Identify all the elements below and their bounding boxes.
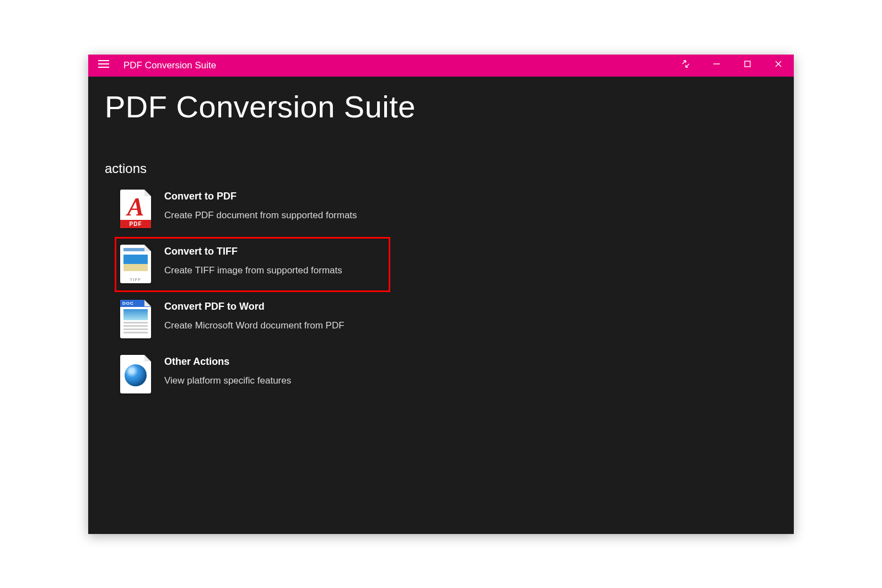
- action-text: Convert to PDF Create PDF document from …: [164, 190, 385, 221]
- actions-list: A PDF Convert to PDF Create PDF document…: [88, 182, 794, 402]
- action-title: Convert to TIFF: [164, 246, 385, 257]
- action-title: Convert to PDF: [164, 191, 385, 202]
- pdf-file-icon: A PDF: [120, 190, 152, 229]
- tiff-file-icon: TIFF: [120, 245, 152, 284]
- action-convert-to-pdf[interactable]: A PDF Convert to PDF Create PDF document…: [120, 182, 390, 237]
- action-description: Create TIFF image from supported formats: [164, 265, 385, 276]
- maximize-icon: [743, 60, 752, 71]
- fullscreen-button[interactable]: [670, 55, 701, 77]
- action-convert-pdf-to-word[interactable]: DOC Convert PDF to Word Create Microsoft…: [120, 292, 390, 347]
- close-icon: [774, 60, 783, 71]
- close-button[interactable]: [763, 55, 794, 77]
- window-controls: [670, 55, 794, 77]
- action-other-actions[interactable]: Other Actions View platform specific fea…: [120, 347, 390, 402]
- word-file-icon: DOC: [120, 300, 152, 339]
- minimize-button[interactable]: [701, 55, 732, 77]
- globe-file-icon: [120, 355, 152, 395]
- action-convert-to-tiff[interactable]: TIFF Convert to TIFF Create TIFF image f…: [115, 237, 390, 292]
- maximize-button[interactable]: [732, 55, 763, 77]
- section-label-actions: actions: [88, 161, 794, 176]
- action-text: Convert to TIFF Create TIFF image from s…: [164, 245, 385, 276]
- action-title: Other Actions: [164, 356, 385, 368]
- action-description: Create PDF document from supported forma…: [164, 210, 385, 221]
- action-description: Create Microsoft Word document from PDF: [164, 320, 385, 331]
- titlebar-app-name: PDF Conversion Suite: [119, 60, 216, 71]
- action-description: View platform specific features: [164, 375, 385, 386]
- action-text: Other Actions View platform specific fea…: [164, 355, 385, 386]
- page-title: PDF Conversion Suite: [88, 88, 794, 125]
- expand-icon: [681, 60, 690, 71]
- action-text: Convert PDF to Word Create Microsoft Wor…: [164, 300, 385, 331]
- svg-rect-4: [745, 61, 750, 67]
- main-content: PDF Conversion Suite actions A PDF Conve…: [88, 77, 794, 402]
- app-window: PDF Conversion Suite: [88, 55, 794, 534]
- minimize-icon: [712, 60, 721, 71]
- action-title: Convert PDF to Word: [164, 301, 385, 312]
- titlebar: PDF Conversion Suite: [88, 55, 794, 77]
- hamburger-menu-button[interactable]: [88, 55, 119, 77]
- hamburger-icon: [98, 60, 109, 71]
